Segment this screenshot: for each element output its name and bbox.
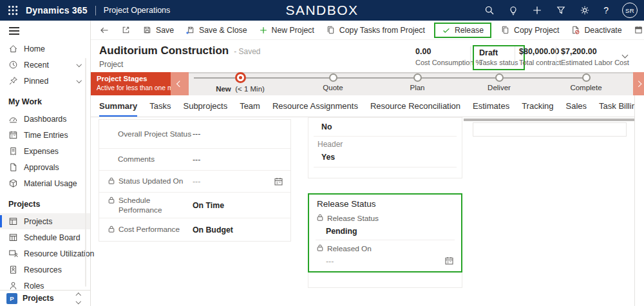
search-icon[interactable] — [484, 5, 495, 15]
sidebar-item-projects[interactable]: Projects — [0, 213, 90, 229]
field-value[interactable]: --- — [193, 155, 200, 164]
sidebar-item-label: Material Usage — [24, 179, 77, 188]
tab-subprojects[interactable]: Subprojects — [183, 101, 227, 117]
gear-icon[interactable] — [580, 5, 590, 15]
lock-icon — [108, 177, 115, 187]
sidebar-item-label: Pinned — [24, 77, 48, 86]
sidebar-item-label: Dashboards — [24, 115, 66, 124]
plus-icon[interactable] — [532, 5, 542, 15]
app-tile-icon: P — [6, 293, 17, 304]
horizontal-scrollbar-thumb[interactable] — [464, 119, 642, 121]
topbar-icon-group: ? SR — [484, 3, 638, 18]
save-button[interactable]: Save — [137, 21, 180, 39]
stage-quote[interactable]: Quote — [288, 73, 378, 91]
stage-scroll-left-button[interactable] — [171, 72, 189, 95]
brand-title[interactable]: Dynamics 365 — [26, 5, 88, 15]
sidebar-item-dashboards[interactable]: Dashboards — [0, 111, 90, 127]
field-value[interactable]: --- — [193, 129, 200, 139]
area-switcher[interactable]: P Projects — [0, 290, 90, 306]
save-and-close-button[interactable]: Save & Close — [180, 21, 253, 39]
lightbulb-icon[interactable] — [508, 5, 518, 15]
filter-icon[interactable] — [556, 5, 566, 15]
clock-icon — [8, 60, 18, 70]
top-navigation-bar: Dynamics 365 Project Operations SANDBOX … — [0, 0, 644, 21]
section-title: Release Status — [317, 199, 376, 209]
sidebar-scrollbar[interactable] — [85, 58, 86, 287]
field-value[interactable]: On Budget — [193, 225, 233, 234]
right-section-card — [473, 122, 627, 137]
vertical-scrollbar[interactable] — [634, 95, 644, 306]
field-value[interactable]: --- — [193, 177, 200, 186]
sidebar-item-resources[interactable]: Resources — [0, 262, 90, 278]
field-row-cost-performance: Cost Performance On Budget — [99, 218, 290, 241]
stage-new[interactable]: New (< 1 Min) — [195, 73, 285, 93]
field-label: Release Status — [327, 214, 379, 223]
release-button[interactable]: Release — [434, 23, 491, 38]
field-value[interactable]: On Time — [193, 201, 224, 210]
area-switcher-chevrons — [77, 294, 80, 303]
deactivate-button[interactable]: Deactivate — [565, 21, 627, 39]
copy-icon — [326, 25, 336, 35]
sidebar-item-pinned[interactable]: Pinned — [0, 73, 90, 89]
copy-tasks-button[interactable]: Copy Tasks from Project — [320, 21, 431, 39]
tab-tracking[interactable]: Tracking — [522, 101, 553, 117]
sidebar-item-label: Home — [24, 44, 45, 53]
calendar-picker-icon[interactable] — [274, 177, 283, 186]
calendar-picker-icon[interactable] — [445, 256, 453, 267]
stat-divider — [556, 46, 556, 66]
tab-resource-reconciliation[interactable]: Resource Reconciliation — [370, 101, 460, 117]
sidebar-item-label: Roles — [24, 282, 44, 291]
middle-section-card: No Header Yes — [308, 117, 462, 178]
deactivate-icon — [571, 25, 580, 35]
tab-summary[interactable]: Summary — [99, 101, 137, 117]
stage-scroll-right-button[interactable] — [633, 72, 644, 95]
stat-divider — [515, 46, 515, 66]
field-value[interactable]: No — [321, 122, 332, 131]
receipt-icon — [8, 146, 18, 156]
pushpin-icon — [8, 76, 18, 86]
form-content: Overall Project Status --- Comments --- … — [91, 117, 644, 306]
waffle-icon[interactable] — [8, 5, 18, 15]
field-value[interactable]: --- — [326, 257, 334, 266]
sidebar-item-schedule-board[interactable]: Schedule Board — [0, 229, 90, 245]
person-icon — [8, 281, 18, 291]
sidebar-item-label: Recent — [24, 61, 49, 70]
middle-section-card-footer — [308, 273, 462, 288]
sidebar-item-resource-utilization[interactable]: Resource Utilization — [0, 245, 90, 262]
chevron-down-icon — [76, 78, 81, 83]
sidebar-item-expenses[interactable]: Expenses — [0, 143, 90, 159]
field-value[interactable]: Yes — [321, 153, 335, 162]
sidebar-item-approvals[interactable]: Approvals — [0, 159, 90, 175]
sidebar-item-recent[interactable]: Recent — [0, 57, 90, 73]
stage-deliver[interactable]: Deliver — [454, 73, 544, 91]
book-button[interactable]: Book — [628, 21, 644, 39]
sidebar-item-time-entries[interactable]: Time Entries — [0, 127, 90, 143]
tab-tasks[interactable]: Tasks — [149, 101, 171, 117]
sidebar-item-home[interactable]: Home — [0, 41, 90, 57]
chevron-down-icon — [76, 62, 81, 67]
copy-project-button[interactable]: Copy Project — [495, 21, 565, 39]
stage-complete[interactable]: Complete — [541, 73, 631, 91]
lock-icon — [108, 225, 115, 235]
tab-team[interactable]: Team — [240, 101, 260, 117]
stat-divider — [470, 46, 471, 66]
stage-plan[interactable]: Plan — [372, 73, 462, 91]
tab-estimates[interactable]: Estimates — [473, 101, 509, 117]
sidebar-item-material-usage[interactable]: Material Usage — [0, 175, 90, 191]
tab-resource-assignments[interactable]: Resource Assignments — [272, 101, 358, 117]
lock-icon — [317, 214, 323, 223]
avatar[interactable]: SR — [622, 3, 638, 18]
popout-icon[interactable] — [115, 21, 137, 39]
stage-active-dot — [235, 72, 246, 83]
field-label: Overall Project Status — [118, 129, 191, 139]
field-value[interactable]: Pending — [326, 227, 357, 236]
hamburger-menu-icon[interactable] — [9, 27, 19, 35]
tab-sales[interactable]: Sales — [566, 101, 587, 117]
new-project-button[interactable]: New Project — [253, 21, 320, 39]
help-icon[interactable]: ? — [603, 5, 609, 15]
command-bar: Save Save & Close New Project Copy Tasks… — [91, 21, 644, 40]
back-button[interactable] — [93, 21, 115, 39]
header-stat-estimated-labor: $7,200.00 Estimated Labor Cost — [561, 47, 629, 66]
app-name[interactable]: Project Operations — [104, 6, 171, 15]
header-stat-tasks-status[interactable]: Draft Tasks status — [473, 45, 525, 70]
